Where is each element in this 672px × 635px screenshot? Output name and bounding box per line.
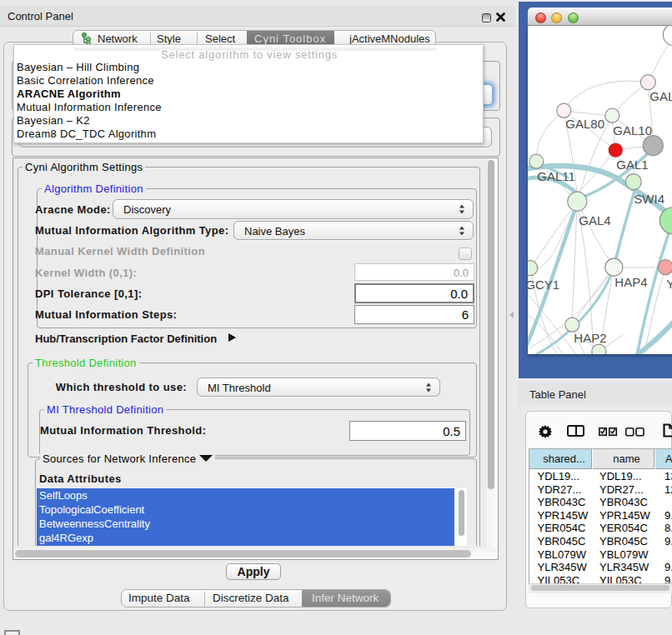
svg-text:GAL7: GAL7 — [649, 89, 672, 103]
svg-text:GAL80: GAL80 — [565, 117, 604, 131]
svg-text:GAL10: GAL10 — [613, 123, 652, 138]
svg-text:Y: Y — [666, 277, 672, 291]
svg-text:SWI4: SWI4 — [634, 192, 664, 206]
svg-text:GAL4: GAL4 — [579, 213, 610, 228]
svg-text:HAP4: HAP4 — [614, 275, 647, 289]
svg-text:GAL1: GAL1 — [616, 158, 648, 172]
svg-text:GAL11: GAL11 — [537, 169, 575, 183]
svg-text:HAP2: HAP2 — [574, 331, 606, 345]
svg-text:GCY1: GCY1 — [528, 278, 559, 292]
